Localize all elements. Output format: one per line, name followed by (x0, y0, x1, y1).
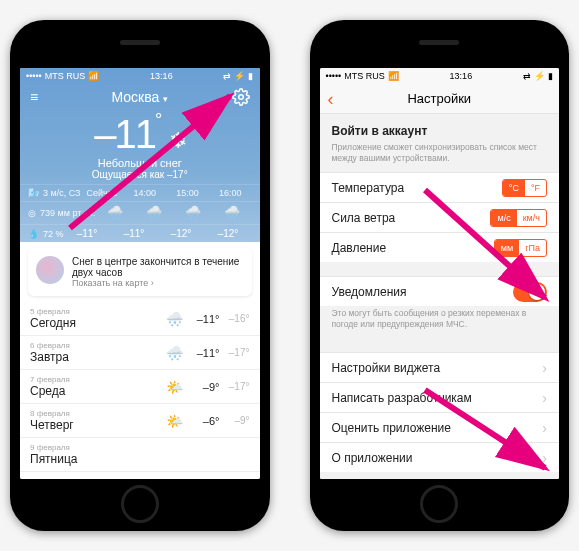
daily-forecast: 5 февраляСегодня 🌨️ –11° –16° 6 февраляЗ… (20, 302, 260, 479)
segment-temperature[interactable]: °C °F (502, 179, 547, 197)
chevron-right-icon: › (542, 420, 547, 436)
notif-note: Это могут быть сообщения о резких переме… (320, 306, 560, 338)
condition: Небольшой снег (20, 157, 260, 169)
nav-title: Настройки (407, 91, 471, 106)
toggle-notifications[interactable] (513, 282, 547, 302)
home-button[interactable] (121, 485, 159, 523)
segment-wind[interactable]: м/с км/ч (490, 209, 547, 227)
chevron-right-icon: › (542, 390, 547, 406)
day-row[interactable]: 8 февраляЧетверг 🌤️ –6° –9° (20, 404, 260, 438)
humidity-row: 💧 72 % –11° –11° –12° –12° (20, 224, 260, 242)
gear-icon[interactable] (232, 88, 250, 106)
day-row[interactable]: 6 февраляЗавтра 🌨️ –11° –17° (20, 336, 260, 370)
screen-weather: •••••MTS RUS📶 13:16 ⇄⚡▮ ≡ Москва ▾ –11° … (20, 68, 260, 479)
alert-card[interactable]: Снег в центре закончится в течение двух … (28, 248, 252, 296)
wind-row: 🌬️ 3 м/с, СЗ Сейчас 14:00 15:00 16:00 (20, 184, 260, 201)
row-temperature[interactable]: Температура °C °F (320, 172, 560, 202)
row-rate[interactable]: Оценить приложение› (320, 412, 560, 442)
status-time: 13:16 (150, 71, 173, 81)
city-name[interactable]: Москва (111, 89, 159, 105)
chevron-right-icon: › (542, 360, 547, 376)
svg-point-0 (238, 95, 243, 100)
segment-pressure[interactable]: мм гПа (494, 239, 547, 257)
phone-weather: •••••MTS RUS📶 13:16 ⇄⚡▮ ≡ Москва ▾ –11° … (10, 20, 270, 531)
back-icon[interactable]: ‹ (328, 90, 334, 108)
status-bar: •••••MTS RUS📶 13:16 ⇄⚡▮ (20, 68, 260, 84)
row-notifications[interactable]: Уведомления (320, 276, 560, 306)
home-button[interactable] (420, 485, 458, 523)
nav-bar: ‹ Настройки (320, 84, 560, 114)
day-row[interactable]: 9 февраляПятница (20, 438, 260, 472)
feels-like: Ощущается как –17° (20, 169, 260, 180)
alert-text: Снег в центре закончится в течение двух … (72, 256, 244, 278)
current-temp: –11° ❄︎ (20, 110, 260, 157)
row-feedback[interactable]: Написать разработчикам› (320, 382, 560, 412)
row-widget[interactable]: Настройки виджета› (320, 352, 560, 382)
chevron-right-icon: › (542, 450, 547, 466)
status-time: 13:16 (450, 71, 473, 81)
row-about[interactable]: О приложении› (320, 442, 560, 472)
login-header[interactable]: Войти в аккаунт (320, 114, 560, 140)
screen-settings: •••••MTS RUS📶 13:16 ⇄⚡▮ ‹ Настройки Войт… (320, 68, 560, 479)
day-row[interactable]: 5 февраляСегодня 🌨️ –11° –16° (20, 302, 260, 336)
row-pressure[interactable]: Давление мм гПа (320, 232, 560, 262)
map-blob-icon (36, 256, 64, 284)
menu-icon[interactable]: ≡ (30, 89, 48, 105)
pressure-row: ◎ 739 мм рт. ст. 🌨️ 🌨️ 🌨️ 🌨️ (20, 201, 260, 224)
status-bar: •••••MTS RUS📶 13:16 ⇄⚡▮ (320, 68, 560, 84)
login-note: Приложение сможет синхронизировать списо… (320, 140, 560, 172)
hour-labels: Сейчас 14:00 15:00 16:00 (81, 188, 252, 198)
row-wind[interactable]: Сила ветра м/с км/ч (320, 202, 560, 232)
day-row[interactable]: 7 февраляСреда 🌤️ –9° –17° (20, 370, 260, 404)
alert-link[interactable]: Показать на карте › (72, 278, 244, 288)
phone-settings: •••••MTS RUS📶 13:16 ⇄⚡▮ ‹ Настройки Войт… (310, 20, 570, 531)
weather-header: •••••MTS RUS📶 13:16 ⇄⚡▮ ≡ Москва ▾ –11° … (20, 68, 260, 242)
